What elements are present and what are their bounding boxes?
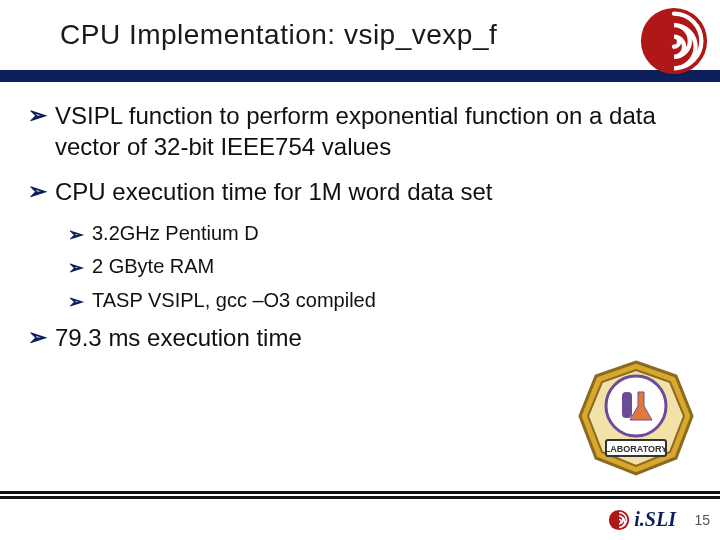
bullet-text: 3.2GHz Pentium D bbox=[92, 222, 259, 245]
laboratory-badge-icon: LABORATORY bbox=[576, 358, 696, 478]
bullet-level2: ➢ 3.2GHz Pentium D bbox=[68, 222, 692, 248]
bullet-marker-icon: ➢ bbox=[28, 100, 47, 131]
swirl-logo-icon bbox=[638, 5, 710, 77]
bullet-marker-icon: ➢ bbox=[68, 255, 84, 281]
svg-point-3 bbox=[606, 376, 666, 436]
bullet-text: 79.3 ms execution time bbox=[55, 322, 302, 353]
slide-content: ➢ VSIPL function to perform exponential … bbox=[0, 78, 720, 354]
slide-title: CPU Implementation: vsip_vexp_f bbox=[0, 19, 497, 51]
svg-rect-4 bbox=[622, 392, 632, 418]
footer-brand: i.SLI bbox=[608, 508, 676, 531]
bullet-level2: ➢ 2 GByte RAM bbox=[68, 255, 692, 281]
bullet-marker-icon: ➢ bbox=[68, 289, 84, 315]
lab-label-text: LABORATORY bbox=[605, 444, 667, 454]
bullet-level2: ➢ TASP VSIPL, gcc –O3 compiled bbox=[68, 289, 692, 315]
bullet-level1: ➢ CPU execution time for 1M word data se… bbox=[28, 176, 692, 207]
page-number: 15 bbox=[686, 512, 710, 528]
bullet-level1: ➢ 79.3 ms execution time bbox=[28, 322, 692, 353]
bullet-level1: ➢ VSIPL function to perform exponential … bbox=[28, 100, 692, 162]
bullet-text: VSIPL function to perform exponential fu… bbox=[55, 100, 692, 162]
footer-swirl-icon bbox=[608, 509, 630, 531]
bullet-text: CPU execution time for 1M word data set bbox=[55, 176, 493, 207]
slide-footer: i.SLI 15 bbox=[0, 496, 720, 540]
bullet-marker-icon: ➢ bbox=[68, 222, 84, 248]
svg-point-0 bbox=[641, 8, 707, 74]
footer-brand-text: i.SLI bbox=[634, 508, 676, 531]
bullet-text: 2 GByte RAM bbox=[92, 255, 214, 278]
bullet-marker-icon: ➢ bbox=[28, 322, 47, 353]
bullet-marker-icon: ➢ bbox=[28, 176, 47, 207]
bullet-text: TASP VSIPL, gcc –O3 compiled bbox=[92, 289, 376, 312]
slide-header: CPU Implementation: vsip_vexp_f bbox=[0, 0, 720, 78]
